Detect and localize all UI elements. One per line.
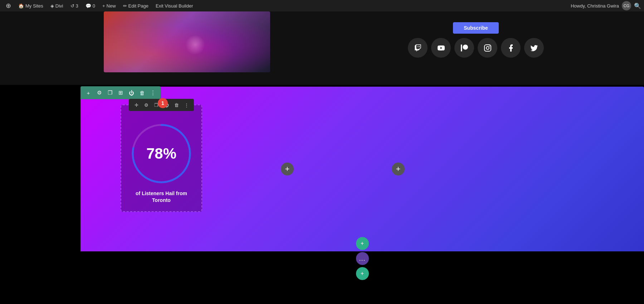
edit-page-label: Edit Page [128, 3, 148, 9]
avatar[interactable]: CG [622, 1, 631, 10]
revisions-icon: ↺ [70, 3, 74, 9]
move-module-icon[interactable]: ✛ [132, 100, 141, 110]
row-toolbar: + ⚙ ❐ ⊞ ⏻ 🗑 ⋮ [80, 86, 161, 99]
twitter-icon[interactable] [524, 38, 544, 58]
wordpress-icon: ⊕ [6, 2, 11, 10]
module-settings-icon[interactable]: ⚙ [142, 100, 151, 110]
hero-image-overlay [104, 11, 270, 72]
add-row-above-button[interactable]: + [356, 237, 369, 250]
module-card[interactable]: 1 ✛ ⚙ ❐ ⏻ 🗑 ⋮ 78% of Listeners Hail [121, 105, 202, 212]
wordpress-logo[interactable]: ⊕ [3, 0, 14, 11]
stat-caption-line2: Toronto [152, 197, 171, 203]
new-label: New [107, 3, 116, 9]
my-sites-label: My Sites [25, 3, 43, 9]
delete-module-icon[interactable]: 🗑 [172, 100, 181, 110]
add-column-2-button[interactable]: + [392, 163, 405, 175]
my-sites-menu[interactable]: 🏠 My Sites [15, 0, 46, 11]
row-disable-icon[interactable]: ⏻ [126, 88, 136, 98]
plus-icon: + [102, 3, 105, 9]
top-section: Subscribe [0, 11, 644, 85]
bottom-controls: + ... + [356, 237, 369, 280]
comments-menu[interactable]: 💬 0 [83, 0, 98, 11]
divi-menu[interactable]: ◈ Divi [48, 0, 66, 11]
admin-bar-right: Howdy, Christina Gwira CG 🔍 [571, 1, 641, 10]
user-greeting: Howdy, Christina Gwira [571, 3, 619, 9]
comments-count: 0 [93, 3, 95, 9]
edit-icon: ✏ [123, 3, 127, 9]
social-area: Subscribe [408, 22, 544, 58]
add-column-1-button[interactable]: + [281, 163, 294, 175]
edit-page-btn[interactable]: ✏ Edit Page [120, 0, 151, 11]
module-badge: 1 [158, 98, 168, 108]
revisions-count: 3 [76, 3, 78, 9]
subscribe-button[interactable]: Subscribe [453, 22, 499, 34]
new-menu[interactable]: + New [99, 0, 119, 11]
revisions-menu[interactable]: ↺ 3 [68, 0, 81, 11]
row-settings-icon[interactable]: ⚙ [94, 88, 104, 98]
exit-visual-builder-btn[interactable]: Exit Visual Builder [153, 0, 196, 11]
more-options-button[interactable]: ... [356, 252, 369, 265]
stat-percentage: 78% [146, 145, 176, 162]
youtube-icon[interactable] [431, 38, 451, 58]
row-delete-icon[interactable]: 🗑 [137, 88, 147, 98]
row-more-icon[interactable]: ⋮ [148, 88, 158, 98]
add-row-below-button[interactable]: + [356, 267, 369, 280]
patreon-icon[interactable] [454, 38, 474, 58]
row-clone-icon[interactable]: ❐ [105, 88, 115, 98]
comment-icon: 💬 [86, 3, 91, 9]
instagram-icon[interactable] [478, 38, 497, 58]
page-content: Subscribe [0, 11, 644, 304]
stat-caption: of Listeners Hail from Toronto [136, 190, 187, 204]
twitch-icon[interactable] [408, 38, 428, 58]
home-icon: 🏠 [18, 3, 24, 9]
purple-section: + ⚙ ❐ ⊞ ⏻ 🗑 ⋮ 1 ✛ ⚙ ❐ ⏻ 🗑 ⋮ [80, 87, 644, 251]
circle-progress-container: 78% [129, 121, 194, 186]
divi-label: Divi [55, 3, 63, 9]
stat-caption-line1: of Listeners Hail from [136, 190, 187, 196]
admin-bar: ⊕ 🏠 My Sites ◈ Divi ↺ 3 💬 0 + New ✏ Edit… [0, 0, 644, 11]
social-icons-row [408, 38, 544, 58]
search-icon[interactable]: 🔍 [634, 3, 641, 9]
facebook-icon[interactable] [501, 38, 521, 58]
add-row-icon[interactable]: + [83, 88, 93, 98]
hero-image [104, 11, 270, 72]
row-grid-icon[interactable]: ⊞ [116, 88, 126, 98]
divi-icon: ◈ [50, 3, 54, 9]
exit-vb-label: Exit Visual Builder [156, 3, 193, 9]
more-module-icon[interactable]: ⋮ [182, 100, 191, 110]
